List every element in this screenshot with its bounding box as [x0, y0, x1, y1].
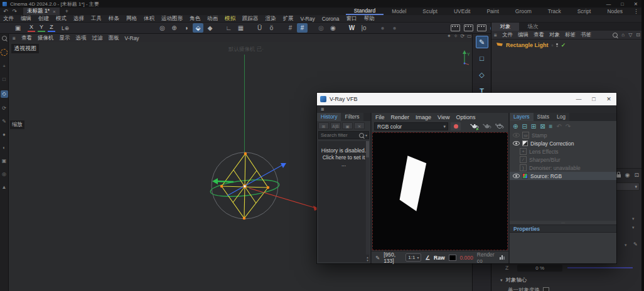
workplane-icon[interactable]: ∟: [223, 23, 234, 33]
maximize-button[interactable]: □: [621, 1, 624, 7]
menu-volume[interactable]: 体积: [144, 15, 154, 23]
vp-menu-filter[interactable]: 过滤: [92, 34, 102, 42]
layer-row-denoiser[interactable]: ) Denoiser: unavailable: [510, 164, 616, 172]
workspace-tab-track[interactable]: Track: [540, 8, 569, 15]
workspace-tab-uvedit[interactable]: UVEdit: [446, 8, 478, 15]
undo-icon[interactable]: ↶: [3, 8, 8, 14]
render-picture-viewer-button[interactable]: [464, 24, 473, 31]
vp-menu-options[interactable]: 选项: [75, 34, 86, 42]
vp-menu-vray[interactable]: V-Ray: [124, 35, 139, 41]
history-disabled-message[interactable]: History is disabled. Click here to set i…: [318, 141, 369, 174]
add-tab-button[interactable]: +: [65, 8, 68, 14]
interactive-render-teapot-button[interactable]: [495, 122, 505, 130]
rectangle-spline-icon[interactable]: □: [476, 52, 488, 65]
vfb-tab-log[interactable]: Log: [553, 113, 569, 121]
sphere-icon-1[interactable]: ●: [377, 23, 388, 33]
om-menu-file[interactable]: 文件: [502, 31, 513, 39]
history-remove-button[interactable]: ✕: [354, 122, 365, 129]
rotate-tool-icon[interactable]: ⟳: [2, 106, 6, 111]
viewport-menu-icon[interactable]: ≡: [13, 35, 16, 41]
ring-icon-2[interactable]: ◉: [328, 23, 338, 33]
mode-icon-2[interactable]: ⊕: [169, 23, 180, 33]
viewport-search-icon[interactable]: [2, 36, 7, 41]
curve-icon[interactable]: ∠: [425, 255, 430, 261]
om-menu-icon[interactable]: ≡: [494, 32, 497, 38]
axis-y-toggle[interactable]: Y: [38, 24, 45, 32]
add-layer-icon[interactable]: ⊕: [513, 123, 518, 130]
vfb-close-button[interactable]: ✕: [601, 96, 616, 102]
properties-section-header[interactable]: Properties: [510, 225, 616, 233]
axis-x-toggle[interactable]: X: [28, 24, 35, 32]
attr-caret-1-icon[interactable]: ▾: [632, 216, 635, 221]
vp-menu-view[interactable]: 查看: [21, 34, 32, 42]
vfb-tab-history[interactable]: History: [317, 113, 341, 121]
z-value-field[interactable]: 0 %: [517, 265, 562, 272]
minimize-button[interactable]: —: [606, 1, 611, 7]
pen-tool-icon[interactable]: ✎: [2, 119, 6, 124]
redo-icon[interactable]: ↷: [13, 8, 18, 14]
attr-lock-icon[interactable]: [616, 174, 621, 177]
layer-row-source-rgb[interactable]: Source: RGB: [510, 172, 616, 180]
render-region-button[interactable]: [451, 122, 461, 130]
om-menu-edit[interactable]: 编辑: [518, 31, 529, 39]
z-value-slider[interactable]: [567, 267, 633, 268]
menu-file[interactable]: 文件: [3, 15, 14, 23]
menu-edit[interactable]: 编辑: [21, 15, 31, 23]
layer-visibility-icon[interactable]: [513, 174, 520, 178]
vfb-menu-file[interactable]: File: [375, 114, 385, 120]
attr-caret-3-icon[interactable]: ▾: [625, 243, 627, 248]
document-tab[interactable]: 未标题 1* ×: [23, 8, 60, 15]
om-filter-icon[interactable]: ▽: [628, 32, 632, 38]
tab-takes[interactable]: 场次: [519, 23, 547, 31]
vfb-maximize-button[interactable]: □: [586, 96, 601, 102]
sphere-icon-2[interactable]: ●: [389, 23, 400, 33]
channel-dropdown[interactable]: RGB color ▾: [374, 122, 448, 130]
menu-create[interactable]: 创建: [38, 15, 49, 23]
history-list[interactable]: History is disabled. Click here to set i…: [318, 141, 369, 262]
menu-animate[interactable]: 动画: [207, 15, 218, 23]
panel-icon[interactable]: ▦: [235, 23, 246, 33]
panel-icon-4[interactable]: ▭: [467, 33, 472, 39]
menu-mode[interactable]: 模式: [56, 15, 67, 23]
scale-tool-icon-active[interactable]: ◇: [1, 90, 8, 98]
vfb-titlebar[interactable]: V-Ray VFB — □ ✕: [317, 93, 616, 105]
menu-help[interactable]: 帮助: [364, 15, 375, 23]
object-axis-section[interactable]: ▾ 对象轴心: [500, 277, 527, 284]
menu-corona[interactable]: Corona: [322, 16, 340, 22]
save-layers-icon[interactable]: ⊟: [522, 123, 527, 130]
coordinate-system-button[interactable]: L⊕: [62, 25, 69, 31]
color-picker-icon[interactable]: ✎: [375, 255, 380, 261]
layer-visibility-icon[interactable]: [513, 141, 520, 146]
menu-simulate[interactable]: 模拟: [225, 15, 235, 23]
point-mode-icon[interactable]: ●: [3, 132, 6, 137]
workspace-tab-standard[interactable]: Standard: [346, 8, 384, 15]
layer-row-sharpen-blur[interactable]: ∕ Sharpen/Blur: [510, 156, 616, 164]
object-enable-dots[interactable]: [556, 43, 558, 47]
mode-icon-4-active[interactable]: ⬙: [193, 23, 203, 33]
pack-layers-icon[interactable]: ⊠: [540, 123, 545, 130]
menu-vray[interactable]: V-Ray: [301, 16, 315, 22]
panel-icon-3[interactable]: ⟳: [460, 33, 464, 39]
vp-menu-panel[interactable]: 面板: [108, 34, 119, 42]
polygon-mode-icon[interactable]: ▣: [2, 159, 7, 164]
menu-window[interactable]: 窗口: [346, 15, 357, 23]
particles-icon[interactable]: |o: [358, 23, 369, 33]
move-tool-icon[interactable]: +: [3, 64, 6, 69]
workspace-overflow-icon[interactable]: ⋮: [633, 8, 639, 14]
om-home-icon[interactable]: ⌂: [621, 32, 625, 38]
menu-spline[interactable]: 样条: [109, 15, 119, 23]
layers-undo-icon[interactable]: ↶: [556, 123, 561, 130]
hair-icon[interactable]: W: [346, 23, 357, 33]
vfb-tab-layers[interactable]: Layers: [510, 113, 534, 121]
live-selection-tool-icon[interactable]: [1, 49, 8, 56]
viewport-axis-gizmo[interactable]: Y: [458, 48, 472, 67]
histogram-icon[interactable]: [500, 255, 505, 260]
model-mode-icon[interactable]: ◎: [2, 172, 6, 177]
vfb-tab-stats[interactable]: Stats: [534, 113, 553, 121]
grid-icon[interactable]: #: [285, 23, 296, 33]
tab-close-icon[interactable]: ×: [53, 9, 56, 14]
layers-redo-icon[interactable]: ↷: [566, 123, 571, 130]
history-search-box[interactable]: ▾: [318, 131, 369, 139]
workspace-tab-script[interactable]: Script: [569, 8, 599, 15]
single-transform-checkbox[interactable]: [543, 287, 549, 291]
